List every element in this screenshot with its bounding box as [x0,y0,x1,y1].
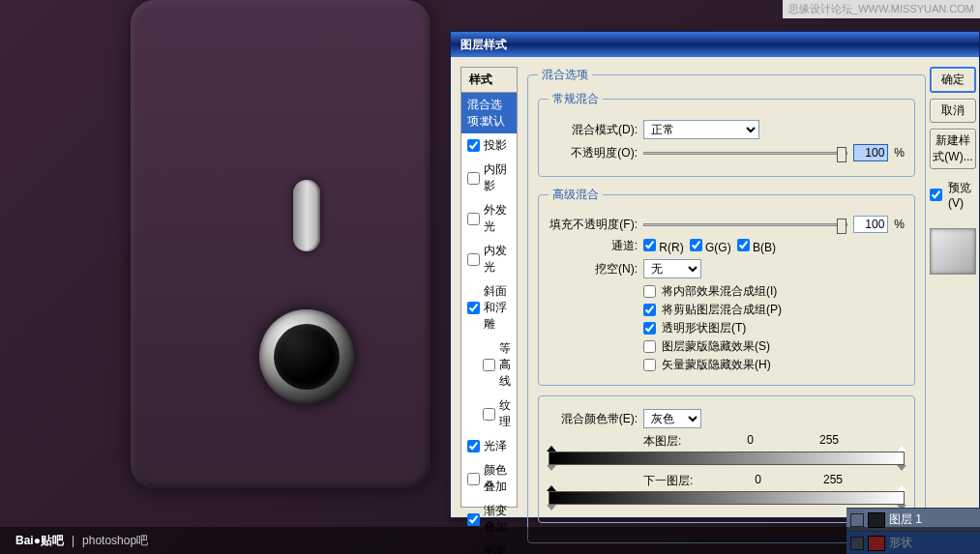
this-layer-label: 本图层: [643,433,681,450]
opacity-input[interactable] [853,144,888,161]
styles-list: 样式 混合选项:默认投影内阴影外发光内发光斜面和浮雕等高线纹理光泽颜色叠加渐变叠… [460,67,518,508]
fill-opacity-label: 填充不透明度(F): [549,217,638,233]
style-item[interactable]: 等高线 [461,336,517,394]
preview-checkbox[interactable]: 预览(V) [930,180,976,210]
fill-opacity-slider[interactable] [643,223,847,226]
style-item[interactable]: 内阴影 [461,158,517,198]
dialog-buttons: 确定 取消 新建样式(W)... 预览(V) [930,57,980,517]
under-layer-label: 下一图层: [643,473,693,489]
channels-label: 通道: [549,238,638,254]
advanced-legend: 高级混合 [549,187,603,203]
this-lo: 0 [747,433,754,450]
adv-option[interactable]: 图层蒙版隐藏效果(S) [643,338,905,355]
under-hi: 255 [823,473,843,489]
new-style-button[interactable]: 新建样式(W)... [930,129,976,169]
channel-g[interactable]: G(G) [690,239,731,254]
adv-option[interactable]: 将剪贴图层混合成组(P) [643,302,905,318]
eye-icon[interactable] [850,513,864,527]
blend-mode-label: 混合模式(D): [549,122,638,138]
styles-header: 样式 [461,68,517,93]
blend-options-group: 混合选项 常规混合 混合模式(D): 正常 不透明度(O): % 高级 [527,67,926,543]
pct: % [894,146,905,160]
knockout-label: 挖空(N): [549,261,638,277]
style-item[interactable]: 混合选项:默认 [461,93,517,133]
options-panel: 混合选项 常规混合 混合模式(D): 正常 不透明度(O): % 高级 [518,57,930,517]
layer-thumb [868,512,885,528]
adv-option[interactable]: 透明形状图层(T) [643,320,905,336]
adv-option[interactable]: 将内部效果混合成组(I) [643,283,905,300]
blend-options-legend: 混合选项 [538,67,592,83]
board-name: photoshop吧 [82,533,148,549]
footer: Bai●贴吧 | photoshop吧 [0,527,980,554]
under-lo: 0 [755,473,761,489]
dialog-title: 图层样式 [460,37,507,53]
blend-mode-select[interactable]: 正常 [643,120,759,139]
under-layer-gradient[interactable] [549,491,905,505]
this-hi: 255 [819,433,839,450]
cancel-button[interactable]: 取消 [930,99,976,123]
style-item[interactable]: 光泽 [461,434,517,458]
speaker-slot [293,180,320,251]
watermark: 思缘设计论坛_WWW.MISSYUAN.COM [783,0,980,18]
blendif-label: 混合颜色带(E): [549,411,638,427]
style-item[interactable]: 颜色叠加 [461,458,517,499]
knockout-select[interactable]: 无 [643,259,701,278]
phone-frame [131,0,431,488]
preview-swatch [930,228,976,275]
style-item[interactable]: 纹理 [461,394,517,434]
advanced-blend-group: 高级混合 填充不透明度(F): % 通道: R(R) G(G) B(B) [538,187,915,386]
this-layer-gradient[interactable] [549,452,905,465]
style-item[interactable]: 投影 [461,133,517,158]
blendif-group: 混合颜色带(E): 灰色 本图层: 0 255 下一图层: [538,395,915,523]
channel-r[interactable]: R(R) [643,239,684,254]
ok-button[interactable]: 确定 [930,67,976,93]
style-item[interactable]: 内发光 [461,239,517,279]
pct: % [894,218,905,231]
general-blend-group: 常规混合 混合模式(D): 正常 不透明度(O): % [538,91,915,177]
style-item[interactable]: 斜面和浮雕 [461,279,517,336]
adv-option[interactable]: 矢量蒙版隐藏效果(H) [643,357,905,373]
layer-style-dialog: 图层样式 样式 混合选项:默认投影内阴影外发光内发光斜面和浮雕等高线纹理光泽颜色… [450,31,980,518]
general-legend: 常规混合 [549,91,603,107]
opacity-label: 不透明度(O): [549,145,638,161]
dialog-titlebar[interactable]: 图层样式 [451,32,979,57]
channel-b[interactable]: B(B) [737,239,776,254]
blendif-select[interactable]: 灰色 [643,409,701,428]
opacity-slider[interactable] [643,152,847,155]
style-item[interactable]: 外发光 [461,198,517,239]
fill-opacity-input[interactable] [853,216,888,233]
camera-lens-glass [274,324,340,390]
baidu-tieba-logo: Bai●贴吧 [15,533,64,549]
